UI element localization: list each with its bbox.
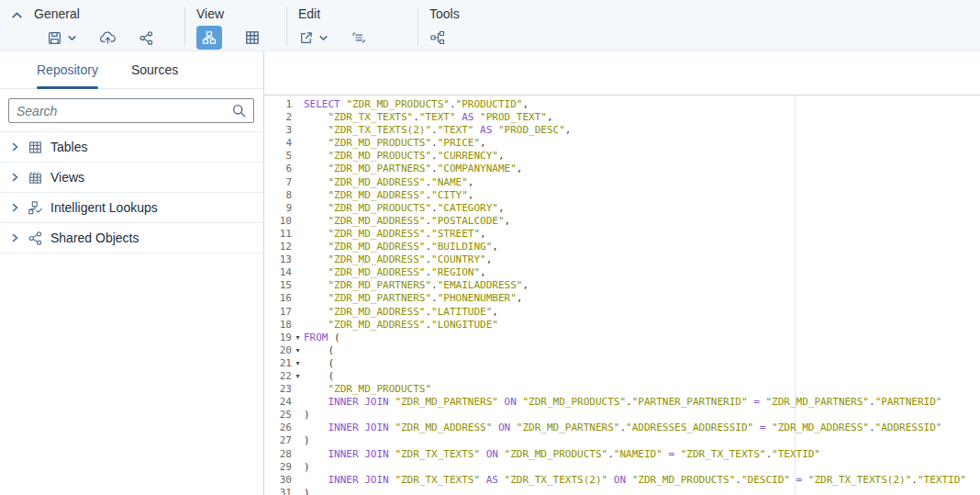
toolbar-divider — [184, 7, 185, 46]
shared-objects-icon — [28, 231, 43, 246]
chevron-down-icon[interactable] — [67, 33, 77, 43]
chevron-down-icon[interactable] — [318, 33, 329, 43]
line-number: 15 — [264, 279, 292, 292]
fold-spacer — [292, 306, 304, 319]
line-number: 2 — [264, 111, 292, 124]
fold-arrow-icon[interactable]: ▾ — [292, 332, 304, 344]
code-line[interactable]: 26 INNER JOIN "ZDR_MD_ADDRESS" ON "ZDR_M… — [264, 422, 980, 434]
tree-item-views[interactable]: Views — [0, 163, 263, 193]
code-line[interactable]: 9 "ZDR_MD_PRODUCTS"."CATEGORY", — [264, 202, 980, 215]
main-area: Repository Sources Table — [0, 51, 980, 495]
code-line[interactable]: 10 "ZDR_MD_ADDRESS"."POSTALCODE", — [264, 215, 980, 228]
fold-arrow-icon[interactable]: ▾ — [292, 357, 304, 370]
line-number: 19 — [264, 332, 292, 344]
search-input[interactable] — [8, 98, 254, 123]
code-line[interactable]: 25) — [264, 409, 980, 422]
code-line[interactable]: 24 INNER JOIN "ZDR_MD_PARTNERS" ON "ZDR_… — [264, 396, 980, 409]
fold-spacer — [292, 266, 304, 279]
code-text: "ZDR_MD_ADDRESS"."BUILDING", — [304, 241, 498, 253]
code-line[interactable]: 11 "ZDR_MD_ADDRESS"."STREET", — [264, 228, 980, 241]
format-code-icon — [351, 30, 367, 45]
sql-code-editor[interactable]: 1SELECT "ZDR_MD_PRODUCTS"."PRODUCTID",2 … — [264, 95, 980, 495]
code-line[interactable]: 19▾FROM ( — [264, 332, 980, 344]
fold-arrow-icon[interactable]: ▾ — [292, 344, 304, 357]
tree-item-intelligent-lookups[interactable]: Intelligent Lookups — [0, 193, 263, 223]
code-line[interactable]: 7 "ZDR_MD_ADDRESS"."NAME", — [264, 176, 980, 189]
code-line[interactable]: 12 "ZDR_MD_ADDRESS"."BUILDING", — [264, 241, 980, 253]
share-button[interactable] — [139, 26, 154, 50]
tab-repository[interactable]: Repository — [37, 51, 98, 89]
export-button[interactable] — [298, 26, 329, 50]
code-line[interactable]: 5 "ZDR_MD_PRODUCTS"."CURRENCY", — [264, 150, 980, 163]
format-sql-button[interactable] — [351, 26, 367, 50]
chevron-right-icon[interactable] — [9, 202, 20, 213]
diagram-view-button[interactable] — [196, 26, 222, 50]
line-number: 7 — [264, 176, 292, 189]
save-icon — [47, 30, 62, 46]
code-line[interactable]: 27) — [264, 434, 980, 447]
code-line[interactable]: 23 "ZDR_MD_PRODUCTS" — [264, 383, 980, 396]
code-line[interactable]: 30 INNER JOIN "ZDR_TX_TEXTS" AS "ZDR_TX_… — [264, 474, 980, 487]
fold-spacer — [292, 292, 304, 305]
data-preview-button[interactable] — [244, 26, 261, 50]
code-text: INNER JOIN "ZDR_MD_ADDRESS" ON "ZDR_MD_P… — [304, 422, 941, 434]
code-text: "ZDR_MD_ADDRESS"."REGION", — [304, 266, 486, 279]
code-line[interactable]: 2 "ZDR_TX_TEXTS"."TEXT" AS "PROD_TEXT", — [264, 111, 980, 124]
table-icon — [28, 140, 43, 155]
collapse-toolbar-button[interactable] — [11, 9, 23, 21]
fold-spacer — [292, 383, 304, 396]
diagram-icon — [202, 30, 217, 45]
code-line[interactable]: 20▾ ( — [264, 344, 980, 357]
editor-top-spacer — [264, 51, 980, 95]
chevron-right-icon[interactable] — [9, 232, 20, 243]
fold-spacer — [292, 253, 304, 266]
tree-item-label: Shared Objects — [50, 231, 139, 245]
code-line[interactable]: 4 "ZDR_MD_PRODUCTS"."PRICE", — [264, 137, 980, 150]
chevron-right-icon[interactable] — [9, 141, 20, 152]
fold-spacer — [292, 448, 304, 461]
line-number: 9 — [264, 202, 292, 215]
line-number: 26 — [264, 422, 292, 434]
search-row — [0, 89, 263, 131]
code-text: "ZDR_MD_ADDRESS"."LONGITUDE" — [304, 319, 498, 332]
impact-lineage-button[interactable] — [429, 26, 446, 50]
code-line[interactable]: 6 "ZDR_MD_PARTNERS"."COMPANYNAME", — [264, 163, 980, 175]
code-line[interactable]: 15 "ZDR_MD_PARTNERS"."EMAILADDRESS", — [264, 279, 980, 292]
code-line[interactable]: 3 "ZDR_TX_TEXTS(2)"."TEXT" AS "PROD_DESC… — [264, 124, 980, 137]
code-line[interactable]: 18 "ZDR_MD_ADDRESS"."LONGITUDE" — [264, 319, 980, 332]
code-line[interactable]: 1SELECT "ZDR_MD_PRODUCTS"."PRODUCTID", — [264, 98, 980, 111]
line-number: 5 — [264, 150, 292, 163]
fold-spacer — [292, 434, 304, 447]
code-line[interactable]: 13 "ZDR_MD_ADDRESS"."COUNTRY", — [264, 253, 980, 266]
line-number: 30 — [264, 474, 292, 487]
tree-item-tables[interactable]: Tables — [0, 132, 263, 163]
deploy-button[interactable] — [99, 26, 117, 50]
toolbar-group-edit: Edit — [298, 6, 406, 50]
code-text: "ZDR_MD_PRODUCTS" — [304, 383, 431, 396]
code-text: ) — [304, 461, 310, 474]
code-text: "ZDR_TX_TEXTS"."TEXT" AS "PROD_TEXT", — [304, 111, 553, 124]
code-line[interactable]: 16 "ZDR_MD_PARTNERS"."PHONENUMBER", — [264, 292, 980, 305]
code-line[interactable]: 17 "ZDR_MD_ADDRESS"."LATITUDE", — [264, 306, 980, 319]
tree-item-label: Intelligent Lookups — [50, 200, 158, 215]
code-line[interactable]: 31) — [264, 487, 980, 495]
code-line[interactable]: 28 INNER JOIN "ZDR_TX_TEXTS" ON "ZDR_MD_… — [264, 448, 980, 461]
code-text: "ZDR_MD_ADDRESS"."STREET", — [304, 228, 486, 241]
line-number: 6 — [264, 163, 292, 175]
toolbar-group-label-general: General — [34, 6, 173, 21]
save-button[interactable] — [47, 26, 77, 50]
code-line[interactable]: 8 "ZDR_MD_ADDRESS"."CITY", — [264, 189, 980, 202]
tab-sources[interactable]: Sources — [131, 51, 178, 89]
search-icon[interactable] — [231, 103, 247, 118]
tree-item-shared-objects[interactable]: Shared Objects — [0, 223, 263, 253]
line-number: 24 — [264, 396, 292, 409]
code-line[interactable]: 21▾ ( — [264, 357, 980, 370]
code-line[interactable]: 22▾ ( — [264, 370, 980, 383]
code-text: "ZDR_TX_TEXTS(2)"."TEXT" AS "PROD_DESC", — [304, 124, 571, 137]
code-line[interactable]: 14 "ZDR_MD_ADDRESS"."REGION", — [264, 266, 980, 279]
code-line[interactable]: 29) — [264, 461, 980, 474]
chevron-right-icon[interactable] — [9, 172, 20, 183]
code-text: "ZDR_MD_PARTNERS"."COMPANYNAME", — [304, 163, 522, 175]
code-text: "ZDR_MD_PRODUCTS"."CURRENCY", — [304, 150, 505, 163]
fold-arrow-icon[interactable]: ▾ — [292, 370, 304, 383]
